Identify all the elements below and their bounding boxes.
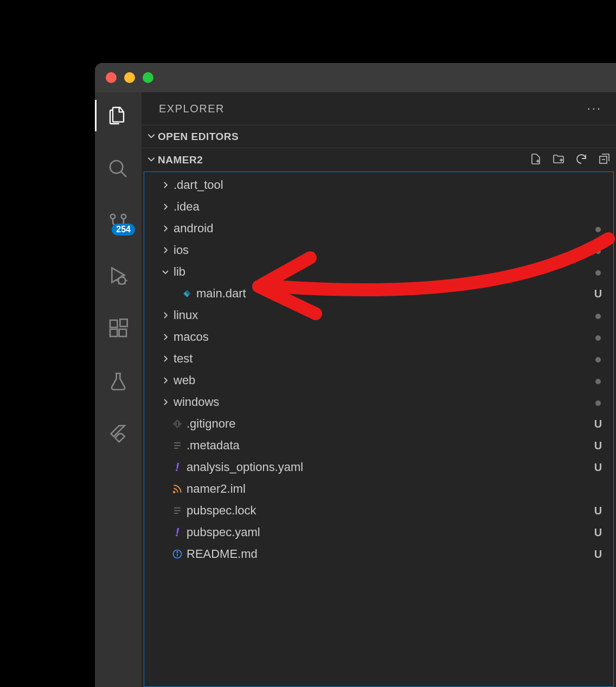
chevron-right-icon	[159, 202, 171, 211]
file-pubspec-yaml[interactable]: ! pubspec.yaml U	[144, 521, 613, 543]
svg-rect-13	[177, 423, 177, 425]
file-analysis-options-yaml[interactable]: ! analysis_options.yaml U	[144, 456, 613, 478]
git-icon	[170, 418, 184, 429]
git-status-dot	[593, 396, 604, 409]
explorer-header: EXPLORER ···	[142, 92, 616, 125]
workspace-section[interactable]: NAMER2	[142, 148, 616, 171]
chevron-right-icon	[159, 354, 171, 363]
file-namer2-iml[interactable]: namer2.iml	[144, 478, 613, 500]
new-folder-icon[interactable]	[552, 152, 565, 168]
activity-testing[interactable]	[95, 366, 142, 397]
chevron-down-icon	[145, 154, 158, 166]
git-status-untracked: U	[593, 526, 604, 539]
activity-bar: 254	[95, 92, 142, 687]
git-status-dot	[593, 331, 604, 344]
activity-extensions[interactable]	[95, 313, 142, 344]
svg-point-5	[118, 277, 125, 284]
minimize-window-button[interactable]	[124, 72, 135, 83]
chevron-right-icon	[159, 398, 171, 406]
folder-label: android	[171, 221, 593, 236]
git-status-dot	[593, 266, 604, 278]
file--gitignore[interactable]: .gitignore U	[144, 413, 613, 435]
git-status-untracked: U	[593, 548, 604, 561]
svg-point-0	[110, 161, 123, 173]
file--metadata[interactable]: .metadata U	[144, 435, 613, 456]
folder-label: .dart_tool	[171, 178, 593, 192]
git-status-dot	[593, 244, 604, 257]
flask-icon	[107, 371, 129, 392]
scm-badge: 254	[112, 224, 135, 236]
activity-flutter[interactable]	[95, 419, 142, 450]
lines-icon	[170, 505, 184, 516]
file-label: pubspec.yaml	[184, 525, 593, 539]
activity-source-control[interactable]: 254	[95, 206, 142, 238]
collapse-all-icon[interactable]	[598, 152, 611, 168]
refresh-icon[interactable]	[575, 152, 588, 168]
svg-point-2	[111, 214, 115, 219]
workspace-label: NAMER2	[158, 154, 529, 166]
git-status-untracked: U	[593, 288, 604, 300]
titlebar[interactable]	[95, 63, 616, 92]
explorer-title: EXPLORER	[159, 103, 224, 115]
open-editors-section[interactable]: OPEN EDITORS	[142, 125, 616, 148]
file-label: main.dart	[194, 287, 593, 301]
file-pubspec-lock[interactable]: pubspec.lock U	[144, 500, 613, 521]
info-icon	[170, 549, 184, 559]
activity-explorer[interactable]	[95, 100, 142, 131]
chevron-down-icon	[145, 131, 158, 143]
explorer-more-icon[interactable]: ···	[587, 101, 602, 116]
folder-windows[interactable]: windows	[144, 391, 613, 413]
dart-icon	[180, 288, 194, 299]
svg-point-3	[121, 214, 126, 219]
svg-line-1	[121, 171, 126, 177]
folder-label: linux	[171, 308, 593, 322]
svg-rect-7	[110, 329, 117, 336]
git-status-dot	[593, 353, 604, 365]
folder-label: ios	[171, 243, 593, 257]
excl-icon: !	[170, 525, 184, 539]
folder-linux[interactable]: linux	[144, 304, 613, 326]
folder-label: windows	[171, 395, 593, 409]
folder--dart-tool[interactable]: .dart_tool	[144, 174, 613, 196]
rss-icon	[170, 484, 184, 494]
folder--idea[interactable]: .idea	[144, 196, 613, 218]
excl-icon: !	[170, 460, 184, 474]
svg-rect-9	[120, 319, 127, 326]
search-icon	[107, 158, 129, 180]
maximize-window-button[interactable]	[143, 72, 153, 83]
folder-lib[interactable]: lib	[144, 261, 613, 283]
activity-search[interactable]	[95, 153, 142, 185]
git-status-untracked: U	[593, 440, 604, 452]
extensions-icon	[107, 317, 129, 339]
folder-label: macos	[171, 330, 593, 344]
git-status-untracked: U	[593, 461, 604, 474]
file-main-dart[interactable]: main.dart U	[144, 283, 613, 304]
chevron-right-icon	[159, 224, 171, 233]
folder-web[interactable]: web	[144, 370, 613, 391]
folder-label: lib	[171, 265, 593, 279]
debug-icon	[107, 264, 129, 286]
file-label: analysis_options.yaml	[184, 460, 593, 474]
new-file-icon[interactable]	[529, 152, 542, 168]
folder-test[interactable]: test	[144, 348, 613, 370]
git-status-untracked: U	[593, 505, 604, 517]
file-label: .metadata	[184, 438, 593, 453]
folder-label: .idea	[171, 200, 593, 214]
git-status-untracked: U	[593, 418, 604, 430]
git-status-dot	[593, 222, 604, 235]
activity-run-debug[interactable]	[95, 259, 142, 291]
explorer-sidebar: EXPLORER ··· OPEN EDITORS NAMER2	[142, 92, 616, 687]
chevron-right-icon	[159, 333, 171, 341]
svg-point-23	[177, 551, 178, 552]
svg-rect-8	[119, 329, 126, 336]
folder-android[interactable]: android	[144, 218, 613, 239]
folder-macos[interactable]: macos	[144, 326, 613, 348]
chevron-right-icon	[159, 246, 171, 255]
close-window-button[interactable]	[106, 72, 117, 83]
open-editors-label: OPEN EDITORS	[158, 131, 239, 143]
folder-ios[interactable]: ios	[144, 239, 613, 261]
file-label: pubspec.lock	[184, 504, 593, 518]
vscode-window: 254	[95, 63, 616, 687]
git-status-dot	[593, 374, 604, 387]
file-README-md[interactable]: README.md U	[144, 543, 613, 565]
